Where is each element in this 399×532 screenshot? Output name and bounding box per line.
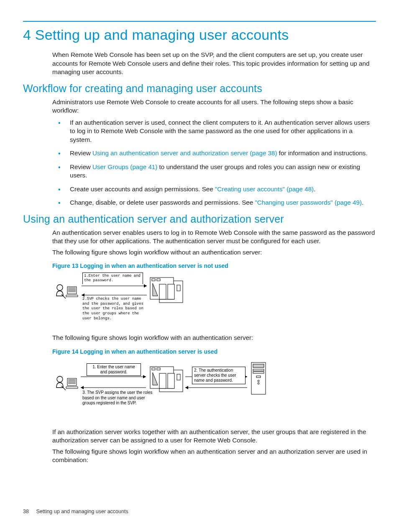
auth-p5: The following figure shows login workflo… [52, 447, 376, 465]
figure-14-title: Figure 14 Logging in when an authenticat… [52, 348, 376, 355]
page-footer: 38 Setting up and managing user accounts [23, 509, 128, 514]
bullet-text: Create user accounts and assign permissi… [70, 185, 215, 193]
bullet-text: Change, disable, or delete user password… [70, 199, 255, 206]
link-creating-user-accounts[interactable]: "Creating user accounts" (page 48) [215, 185, 314, 193]
fig13-step1-label: 1.Enter the user name and the password. [82, 272, 143, 284]
page-number: 38 [23, 509, 29, 514]
svg-marker-24 [143, 375, 146, 378]
link-user-groups[interactable]: User Groups (page 41) [92, 163, 157, 170]
footer-running-title: Setting up and managing user accounts [36, 509, 128, 514]
section-auth-title: Using an authentication server and autho… [23, 213, 376, 225]
svg-rect-42 [256, 376, 261, 378]
figure-13-title: Figure 13 Logging in when an authenticat… [52, 262, 376, 269]
svg-point-44 [258, 383, 259, 384]
link-changing-passwords[interactable]: "Changing user passwords" (page 49) [255, 199, 362, 206]
svg-rect-41 [253, 372, 264, 373]
svg-marker-9 [82, 293, 84, 297]
svg-rect-12 [152, 279, 155, 281]
bullet-item: If an authentication server is used, con… [52, 118, 376, 144]
figure-14: 1. Enter the user name and password. 3. … [52, 357, 376, 420]
chapter-title: 4 Setting up and managing user accounts [23, 27, 376, 43]
svg-rect-39 [253, 364, 264, 368]
bullet-text: Review [70, 149, 92, 157]
workflow-bullets: If an authentication server is used, con… [52, 118, 376, 207]
intro-paragraph: When Remote Web Console has been set up … [52, 51, 376, 77]
svg-marker-37 [185, 386, 188, 389]
bullet-text: Review [70, 163, 92, 170]
bullet-item: Change, disable, or delete user password… [52, 198, 376, 207]
top-horizontal-rule [23, 21, 376, 22]
svg-marker-7 [144, 284, 147, 288]
svg-rect-32 [168, 373, 174, 388]
workflow-lead: Administrators use Remote Web Console to… [52, 98, 376, 115]
svg-rect-14 [159, 284, 166, 299]
figure-13: 1.Enter the user name and the password. … [52, 272, 376, 326]
svg-rect-33 [177, 374, 180, 380]
svg-point-43 [258, 380, 259, 382]
auth-p4: If an authorization server works togethe… [52, 428, 376, 445]
bullet-text: for information and instructions. [277, 149, 368, 157]
bullet-item: Create user accounts and assign permissi… [52, 185, 376, 194]
fig14-step3-label: 3. The SVP assigns the user the roles ba… [82, 390, 154, 406]
svg-rect-16 [177, 285, 180, 291]
bullet-item: Review Using an authentication server an… [52, 149, 376, 158]
svg-rect-13 [157, 279, 160, 281]
link-auth-server[interactable]: Using an authentication server and autho… [92, 149, 277, 157]
svg-rect-31 [159, 373, 166, 388]
auth-p3: The following figure shows login workflo… [52, 334, 376, 342]
bullet-text: . [362, 199, 363, 206]
svg-rect-40 [253, 369, 264, 371]
svg-point-17 [57, 376, 63, 382]
svg-rect-30 [157, 368, 160, 370]
section-workflow-title: Workflow for creating and managing user … [23, 82, 376, 95]
fig14-step1-label: 1. Enter the user name and password. [87, 363, 141, 376]
bullet-item: Review User Groups (page 41) to understa… [52, 163, 376, 180]
svg-marker-26 [81, 386, 84, 389]
auth-p2: The following figure shows login workflo… [52, 248, 376, 257]
fig13-step2-label: 2.SVP checks the user name and the passw… [82, 297, 149, 321]
bullet-text: . [314, 185, 315, 193]
svg-point-0 [57, 285, 63, 290]
fig14-step2-label: 2. The authentication server checks the … [192, 367, 246, 384]
svg-rect-29 [152, 368, 155, 370]
svg-rect-15 [168, 284, 174, 299]
auth-p1: An authentication server enables users t… [52, 229, 376, 246]
